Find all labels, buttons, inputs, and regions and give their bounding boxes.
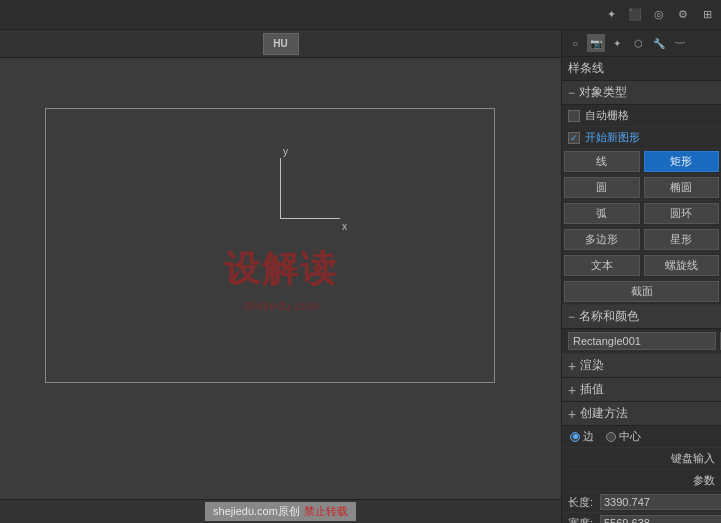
- top-toolbar: ✦ ⬛ ◎ ⚙ ⊞: [0, 0, 721, 30]
- polygon-btn[interactable]: 多边形: [564, 229, 640, 250]
- arc-ring-row: 弧 圆环: [562, 201, 721, 227]
- name-color-row: [562, 329, 721, 354]
- open-closed-label: 开始新图形: [585, 130, 640, 145]
- text-btn[interactable]: 文本: [564, 255, 640, 276]
- juxing-btn[interactable]: 矩形: [644, 151, 720, 172]
- radio-edge-item[interactable]: 边: [570, 429, 594, 444]
- auto-grid-checkbox[interactable]: [568, 110, 580, 122]
- section-render-title: 渲染: [580, 357, 604, 374]
- spiral-btn[interactable]: 螺旋线: [644, 255, 720, 276]
- toolbar-icon-4[interactable]: ⚙: [673, 5, 693, 25]
- star-btn[interactable]: 星形: [644, 229, 720, 250]
- canvas-container[interactable]: y x 设解读 shejiedu.com: [0, 58, 561, 499]
- open-closed-checkbox[interactable]: [568, 132, 580, 144]
- panel-top-icons: ○ 📷 ✦ ⬡ 🔧 〰: [562, 30, 721, 57]
- section-name-color-header[interactable]: − 名称和颜色: [562, 305, 721, 329]
- panel-icon-geo[interactable]: ⬡: [629, 34, 647, 52]
- section-name-color-title: 名称和颜色: [579, 308, 639, 325]
- section-plus-icon-interp: +: [568, 383, 576, 397]
- radio-center-label: 中心: [619, 429, 641, 444]
- section-minus-icon2: −: [568, 310, 575, 324]
- section-create-title: 创建方法: [580, 405, 628, 422]
- section-object-type-title: 对象类型: [579, 84, 627, 101]
- right-panel: ○ 📷 ✦ ⬡ 🔧 〰 样条线 − 对象类型 自动栅格 开始新图形 线 矩形: [561, 30, 721, 523]
- toolbar-icons: ✦ ⬛ ◎ ⚙ ⊞: [601, 5, 717, 25]
- params-row: 参数: [562, 470, 721, 492]
- secondary-toolbar: HU: [0, 30, 561, 58]
- radio-edge-circle[interactable]: [570, 432, 580, 442]
- keyboard-input-row: 键盘输入: [562, 448, 721, 470]
- toolbar-icon-2[interactable]: ⬛: [625, 5, 645, 25]
- open-closed-row: 开始新图形: [562, 127, 721, 149]
- toolbar-icon-1[interactable]: ✦: [601, 5, 621, 25]
- axis-x-label: x: [342, 221, 347, 232]
- radio-center-item[interactable]: 中心: [606, 429, 641, 444]
- rect-frame: [45, 108, 495, 383]
- width-label: 宽度:: [568, 516, 596, 524]
- section-full-row: 截面: [562, 279, 721, 305]
- length-label: 长度:: [568, 495, 596, 510]
- section-plus-icon-render: +: [568, 359, 576, 373]
- toolbar-icon-3[interactable]: ◎: [649, 5, 669, 25]
- length-row: 长度:: [562, 492, 721, 513]
- arc-btn[interactable]: 弧: [564, 203, 640, 224]
- main-layout: HU y x 设解读 shejiedu.com shejiedu.com原创: [0, 30, 721, 523]
- bottom-text: shejiedu.com原创: [213, 504, 300, 519]
- axis-y-label: y: [283, 146, 288, 157]
- section-interp-header[interactable]: + 插值: [562, 378, 721, 402]
- section-object-type-header[interactable]: − 对象类型: [562, 81, 721, 105]
- width-row: 宽度:: [562, 513, 721, 523]
- radio-edge-label: 边: [583, 429, 594, 444]
- panel-icon-modify[interactable]: 🔧: [650, 34, 668, 52]
- section-btn[interactable]: 截面: [564, 281, 719, 302]
- ring-btn[interactable]: 圆环: [644, 203, 720, 224]
- axis-y: [280, 158, 281, 218]
- bottom-bar: shejiedu.com原创 禁止转载: [0, 499, 561, 523]
- panel-icon-wave[interactable]: 〰: [671, 34, 689, 52]
- panel-icon-light[interactable]: ✦: [608, 34, 626, 52]
- polygon-star-row: 多边形 星形: [562, 227, 721, 253]
- circle-ellipse-row: 圆 椭圆: [562, 175, 721, 201]
- auto-grid-row: 自动栅格: [562, 105, 721, 127]
- section-interp-title: 插值: [580, 381, 604, 398]
- radio-row: 边 中心: [562, 426, 721, 448]
- radio-center-circle[interactable]: [606, 432, 616, 442]
- line-juxing-row: 线 矩形: [562, 149, 721, 175]
- section-minus-icon: −: [568, 86, 575, 100]
- name-input[interactable]: [568, 332, 716, 350]
- panel-title: 样条线: [562, 57, 721, 81]
- bottom-forbidden: 禁止转载: [304, 504, 348, 519]
- ellipse-btn[interactable]: 椭圆: [644, 177, 720, 198]
- panel-icon-circle[interactable]: ○: [566, 34, 584, 52]
- toolbar-center-icon[interactable]: HU: [263, 33, 299, 55]
- width-input[interactable]: [600, 515, 721, 523]
- panel-icon-camera[interactable]: 📷: [587, 34, 605, 52]
- viewport-area: HU y x 设解读 shejiedu.com shejiedu.com原创: [0, 30, 561, 523]
- section-render-header[interactable]: + 渲染: [562, 354, 721, 378]
- section-plus-icon-create: +: [568, 407, 576, 421]
- line-btn[interactable]: 线: [564, 151, 640, 172]
- circle-btn[interactable]: 圆: [564, 177, 640, 198]
- section-create-header[interactable]: + 创建方法: [562, 402, 721, 426]
- keyboard-input-label: 键盘输入: [671, 451, 715, 466]
- params-label: 参数: [693, 473, 715, 488]
- auto-grid-label: 自动栅格: [585, 108, 629, 123]
- axis-x: [280, 218, 340, 219]
- bottom-watermark: shejiedu.com原创 禁止转载: [205, 502, 356, 521]
- toolbar-icon-5[interactable]: ⊞: [697, 5, 717, 25]
- text-spiral-row: 文本 螺旋线: [562, 253, 721, 279]
- length-input[interactable]: [600, 494, 721, 510]
